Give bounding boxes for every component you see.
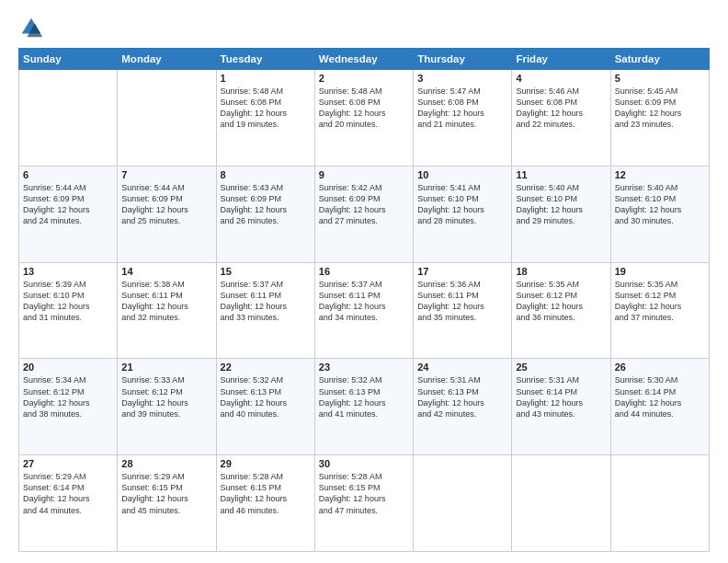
calendar-cell: 1Sunrise: 5:48 AMSunset: 6:08 PMDaylight… [216, 70, 314, 167]
calendar-cell: 9Sunrise: 5:42 AMSunset: 6:09 PMDaylight… [314, 166, 413, 262]
calendar-cell: 14Sunrise: 5:38 AMSunset: 6:11 PMDayligh… [118, 262, 216, 359]
cell-info: Sunrise: 5:31 AMSunset: 6:13 PMDaylight:… [417, 375, 484, 418]
day-number: 9 [319, 169, 409, 180]
day-number: 29 [221, 458, 311, 469]
cell-info: Sunrise: 5:29 AMSunset: 6:14 PMDaylight:… [23, 472, 90, 514]
cell-info: Sunrise: 5:47 AMSunset: 6:08 PMDaylight:… [417, 86, 484, 129]
day-number: 23 [319, 362, 409, 373]
day-number: 16 [319, 266, 409, 277]
calendar-cell: 22Sunrise: 5:32 AMSunset: 6:13 PMDayligh… [216, 359, 314, 455]
calendar-cell: 5Sunrise: 5:45 AMSunset: 6:09 PMDaylight… [610, 70, 709, 167]
cell-info: Sunrise: 5:35 AMSunset: 6:12 PMDaylight:… [615, 280, 682, 322]
day-number: 25 [516, 362, 606, 373]
day-number: 8 [221, 169, 311, 180]
calendar-cell: 10Sunrise: 5:41 AMSunset: 6:10 PMDayligh… [414, 166, 512, 262]
calendar-cell: 7Sunrise: 5:44 AMSunset: 6:09 PMDaylight… [118, 166, 216, 262]
day-number: 1 [221, 73, 311, 84]
day-number: 4 [516, 73, 606, 84]
day-number: 21 [121, 362, 211, 373]
calendar-header-saturday: Saturday [610, 49, 709, 70]
day-number: 26 [615, 362, 705, 373]
calendar-cell [512, 455, 610, 552]
calendar-cell: 13Sunrise: 5:39 AMSunset: 6:10 PMDayligh… [19, 262, 118, 359]
calendar-header-monday: Monday [118, 49, 216, 70]
day-number: 12 [615, 169, 705, 180]
calendar-cell [414, 455, 512, 552]
cell-info: Sunrise: 5:39 AMSunset: 6:10 PMDaylight:… [23, 280, 90, 322]
calendar-cell: 4Sunrise: 5:46 AMSunset: 6:08 PMDaylight… [512, 70, 610, 167]
calendar-cell: 16Sunrise: 5:37 AMSunset: 6:11 PMDayligh… [314, 262, 413, 359]
day-number: 2 [319, 73, 409, 84]
day-number: 6 [23, 169, 113, 180]
calendar-cell: 30Sunrise: 5:28 AMSunset: 6:15 PMDayligh… [314, 455, 413, 552]
cell-info: Sunrise: 5:37 AMSunset: 6:11 PMDaylight:… [319, 280, 386, 322]
cell-info: Sunrise: 5:38 AMSunset: 6:11 PMDaylight:… [121, 280, 188, 322]
cell-info: Sunrise: 5:40 AMSunset: 6:10 PMDaylight:… [516, 183, 583, 225]
cell-info: Sunrise: 5:45 AMSunset: 6:09 PMDaylight:… [615, 86, 682, 129]
cell-info: Sunrise: 5:48 AMSunset: 6:08 PMDaylight:… [221, 86, 288, 129]
calendar-cell: 19Sunrise: 5:35 AMSunset: 6:12 PMDayligh… [610, 262, 709, 359]
calendar-cell: 21Sunrise: 5:33 AMSunset: 6:12 PMDayligh… [118, 359, 216, 455]
cell-info: Sunrise: 5:46 AMSunset: 6:08 PMDaylight:… [516, 86, 583, 129]
day-number: 19 [615, 266, 705, 277]
calendar-cell: 25Sunrise: 5:31 AMSunset: 6:14 PMDayligh… [512, 359, 610, 455]
day-number: 7 [121, 169, 211, 180]
calendar-cell: 29Sunrise: 5:28 AMSunset: 6:15 PMDayligh… [216, 455, 314, 552]
cell-info: Sunrise: 5:37 AMSunset: 6:11 PMDaylight:… [221, 280, 288, 322]
calendar-cell: 23Sunrise: 5:32 AMSunset: 6:13 PMDayligh… [314, 359, 413, 455]
calendar-header-tuesday: Tuesday [216, 49, 314, 70]
day-number: 28 [121, 458, 211, 469]
day-number: 27 [23, 458, 113, 469]
cell-info: Sunrise: 5:35 AMSunset: 6:12 PMDaylight:… [516, 280, 583, 322]
day-number: 14 [121, 266, 211, 277]
calendar-cell: 27Sunrise: 5:29 AMSunset: 6:14 PMDayligh… [19, 455, 118, 552]
calendar-cell: 15Sunrise: 5:37 AMSunset: 6:11 PMDayligh… [216, 262, 314, 359]
calendar-cell: 12Sunrise: 5:40 AMSunset: 6:10 PMDayligh… [610, 166, 709, 262]
calendar-header-thursday: Thursday [414, 49, 512, 70]
calendar-cell [19, 70, 118, 167]
cell-info: Sunrise: 5:40 AMSunset: 6:10 PMDaylight:… [615, 183, 682, 225]
calendar-cell: 20Sunrise: 5:34 AMSunset: 6:12 PMDayligh… [19, 359, 118, 455]
calendar-week-2: 6Sunrise: 5:44 AMSunset: 6:09 PMDaylight… [19, 166, 710, 262]
cell-info: Sunrise: 5:34 AMSunset: 6:12 PMDaylight:… [23, 375, 90, 418]
calendar-week-3: 13Sunrise: 5:39 AMSunset: 6:10 PMDayligh… [19, 262, 710, 359]
calendar-header-wednesday: Wednesday [314, 49, 413, 70]
calendar-cell: 26Sunrise: 5:30 AMSunset: 6:14 PMDayligh… [610, 359, 709, 455]
logo-icon [18, 15, 44, 40]
day-number: 24 [417, 362, 507, 373]
calendar-cell [118, 70, 216, 167]
calendar-cell: 17Sunrise: 5:36 AMSunset: 6:11 PMDayligh… [414, 262, 512, 359]
calendar-cell: 3Sunrise: 5:47 AMSunset: 6:08 PMDaylight… [414, 70, 512, 167]
calendar-cell: 28Sunrise: 5:29 AMSunset: 6:15 PMDayligh… [118, 455, 216, 552]
cell-info: Sunrise: 5:30 AMSunset: 6:14 PMDaylight:… [615, 375, 682, 418]
day-number: 13 [23, 266, 113, 277]
calendar-cell: 18Sunrise: 5:35 AMSunset: 6:12 PMDayligh… [512, 262, 610, 359]
calendar-header-sunday: Sunday [19, 49, 118, 70]
cell-info: Sunrise: 5:33 AMSunset: 6:12 PMDaylight:… [121, 375, 188, 418]
day-number: 3 [417, 73, 507, 84]
calendar-cell [610, 455, 709, 552]
calendar-cell: 6Sunrise: 5:44 AMSunset: 6:09 PMDaylight… [19, 166, 118, 262]
cell-info: Sunrise: 5:32 AMSunset: 6:13 PMDaylight:… [319, 375, 386, 418]
cell-info: Sunrise: 5:29 AMSunset: 6:15 PMDaylight:… [121, 472, 188, 514]
cell-info: Sunrise: 5:43 AMSunset: 6:09 PMDaylight:… [221, 183, 288, 225]
calendar-week-1: 1Sunrise: 5:48 AMSunset: 6:08 PMDaylight… [19, 70, 710, 167]
day-number: 22 [221, 362, 311, 373]
cell-info: Sunrise: 5:32 AMSunset: 6:13 PMDaylight:… [221, 375, 288, 418]
calendar-week-4: 20Sunrise: 5:34 AMSunset: 6:12 PMDayligh… [19, 359, 710, 455]
header [18, 15, 710, 40]
day-number: 30 [319, 458, 409, 469]
cell-info: Sunrise: 5:28 AMSunset: 6:15 PMDaylight:… [221, 472, 288, 514]
calendar-header-friday: Friday [512, 49, 610, 70]
cell-info: Sunrise: 5:31 AMSunset: 6:14 PMDaylight:… [516, 375, 583, 418]
day-number: 11 [516, 169, 606, 180]
calendar-cell: 2Sunrise: 5:48 AMSunset: 6:08 PMDaylight… [314, 70, 413, 167]
cell-info: Sunrise: 5:36 AMSunset: 6:11 PMDaylight:… [417, 280, 484, 322]
calendar-cell: 24Sunrise: 5:31 AMSunset: 6:13 PMDayligh… [414, 359, 512, 455]
logo [18, 15, 48, 40]
day-number: 10 [417, 169, 507, 180]
cell-info: Sunrise: 5:44 AMSunset: 6:09 PMDaylight:… [121, 183, 188, 225]
calendar-week-5: 27Sunrise: 5:29 AMSunset: 6:14 PMDayligh… [19, 455, 710, 552]
day-number: 15 [221, 266, 311, 277]
day-number: 18 [516, 266, 606, 277]
